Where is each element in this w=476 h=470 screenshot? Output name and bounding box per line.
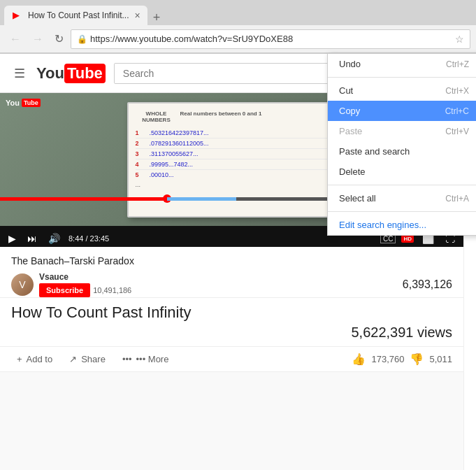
select-all-shortcut: Ctrl+A bbox=[445, 194, 469, 204]
menu-separator-2 bbox=[328, 185, 476, 185]
paste-label: Paste bbox=[339, 126, 362, 136]
active-tab[interactable]: ▶ How To Count Past Infinit... × bbox=[4, 6, 147, 25]
tab-title: How To Count Past Infinit... bbox=[28, 10, 129, 20]
tab-favicon: ▶ bbox=[13, 10, 24, 21]
context-menu-cut[interactable]: Cut Ctrl+X bbox=[328, 80, 476, 101]
page-title-area: How To Count Past Infinity bbox=[0, 298, 463, 322]
copy-label: Copy bbox=[339, 106, 360, 116]
stats-row: 5,622,391 views bbox=[0, 322, 463, 346]
menu-separator-1 bbox=[328, 77, 476, 78]
video-watermark: You Tube bbox=[6, 99, 41, 107]
cut-shortcut: Ctrl+X bbox=[445, 86, 469, 96]
address-bar[interactable]: 🔒 https://www.youtube.com/watch?v=SrU9YD… bbox=[71, 29, 470, 49]
buffer-fill bbox=[167, 197, 236, 201]
watermark-you: You bbox=[6, 99, 20, 107]
context-menu-paste[interactable]: Paste Ctrl+V bbox=[328, 121, 476, 141]
views-stat: 5,622,391 views bbox=[351, 325, 452, 341]
forward-button[interactable]: → bbox=[28, 30, 48, 48]
sub-count: 10,491,186 bbox=[93, 286, 131, 294]
select-all-label: Select all bbox=[339, 193, 376, 204]
delete-label: Delete bbox=[339, 166, 366, 177]
subscribe-row: Subscribe 10,491,186 bbox=[39, 283, 131, 297]
cut-label: Cut bbox=[339, 85, 353, 96]
subscribe-button[interactable]: Subscribe bbox=[39, 283, 90, 297]
row-4: 4.99995...7482... bbox=[136, 159, 329, 170]
context-menu-undo[interactable]: Undo Ctrl+Z bbox=[328, 54, 476, 74]
edit-engines-label: Edit search engines... bbox=[339, 220, 426, 230]
lock-icon: 🔒 bbox=[77, 34, 87, 44]
logo-you: You bbox=[36, 64, 64, 83]
hd-badge: HD bbox=[401, 235, 414, 243]
channel-info: Vsauce Subscribe 10,491,186 bbox=[39, 272, 131, 297]
col-header-1: WHOLENUMBERS bbox=[136, 111, 178, 124]
notebook-rows: 1.503216422397817... 2.078291360112005..… bbox=[136, 128, 329, 190]
likes-count: 173,760 bbox=[371, 354, 404, 364]
add-to-label: Add to bbox=[27, 354, 53, 364]
more-button[interactable]: ••• ••• More bbox=[117, 351, 175, 367]
thumbs-down-icon[interactable]: 👎 bbox=[410, 352, 424, 366]
logo-tube: Tube bbox=[64, 64, 106, 83]
action-bar: + Add to ↗ Share ••• ••• More 👍 173,760 … bbox=[0, 346, 463, 372]
youtube-logo[interactable]: YouTube bbox=[36, 64, 106, 83]
progress-fill bbox=[0, 197, 167, 201]
context-menu: Undo Ctrl+Z Cut Ctrl+X Copy Ctrl+C Paste… bbox=[327, 53, 476, 236]
paste-shortcut: Ctrl+V bbox=[445, 127, 469, 136]
undo-shortcut: Ctrl+Z bbox=[446, 59, 469, 69]
play-button[interactable]: ▶ bbox=[6, 232, 19, 245]
tab-close-button[interactable]: × bbox=[134, 8, 142, 22]
copy-shortcut: Ctrl+C bbox=[445, 106, 469, 116]
tab-bar: ▶ How To Count Past Infinit... × + bbox=[0, 0, 476, 25]
context-menu-paste-search[interactable]: Paste and search bbox=[328, 141, 476, 162]
col-header-2: Real numbers between 0 and 1 bbox=[180, 111, 329, 124]
add-to-button[interactable]: + Add to bbox=[11, 351, 58, 367]
watermark-tube: Tube bbox=[22, 99, 41, 107]
share-label: Share bbox=[81, 354, 106, 364]
context-menu-copy[interactable]: Copy Ctrl+C bbox=[328, 101, 476, 121]
hamburger-menu-icon[interactable]: ☰ bbox=[11, 63, 28, 84]
share-button[interactable]: ↗ Share bbox=[64, 351, 111, 367]
url-text: https://www.youtube.com/watch?v=SrU9YDoX… bbox=[90, 34, 452, 44]
refresh-button[interactable]: ↻ bbox=[50, 29, 68, 48]
channel-row: V Vsauce Subscribe 10,491,186 6,393,126 bbox=[11, 272, 452, 297]
menu-separator-3 bbox=[328, 211, 476, 212]
engagement-stats: 5,622,391 views bbox=[351, 325, 452, 341]
skip-button[interactable]: ⏭ bbox=[24, 232, 40, 245]
avatar-placeholder: V bbox=[11, 273, 34, 296]
time-display: 8:44 / 23:45 bbox=[68, 234, 109, 243]
more-label: ••• More bbox=[136, 354, 169, 364]
channel-avatar[interactable]: V bbox=[11, 273, 34, 296]
thumbs-up-icon[interactable]: 👍 bbox=[352, 352, 366, 366]
channel-name: Vsauce bbox=[39, 272, 131, 282]
notebook-headers: WHOLENUMBERS Real numbers between 0 and … bbox=[136, 111, 329, 124]
row-1: 1.503216422397817... bbox=[136, 128, 329, 138]
paste-search-label: Paste and search bbox=[339, 146, 410, 157]
plus-icon: + bbox=[17, 354, 22, 364]
share-icon: ↗ bbox=[69, 354, 77, 364]
new-tab-button[interactable]: + bbox=[147, 10, 166, 25]
volume-button[interactable]: 🔊 bbox=[45, 232, 63, 245]
row-5: 5.00010... bbox=[136, 170, 329, 180]
row-2: 2.078291360112005... bbox=[136, 138, 329, 149]
video-secondary-title: The Banach–Tarski Paradox bbox=[11, 255, 452, 266]
back-button[interactable]: ← bbox=[6, 30, 25, 48]
video-info: The Banach–Tarski Paradox V Vsauce Subsc… bbox=[0, 247, 463, 298]
more-dots-icon: ••• bbox=[122, 354, 132, 364]
page-title: How To Count Past Infinity bbox=[11, 304, 452, 322]
row-dots: ... bbox=[136, 180, 329, 190]
nav-bar: ← → ↻ 🔒 https://www.youtube.com/watch?v=… bbox=[0, 25, 476, 53]
context-menu-edit-engines[interactable]: Edit search engines... bbox=[328, 215, 476, 235]
context-menu-delete[interactable]: Delete bbox=[328, 162, 476, 182]
dislikes-count: 5,011 bbox=[429, 354, 452, 364]
view-count: 6,393,126 bbox=[403, 278, 452, 291]
row-3: 3.311370055627... bbox=[136, 149, 329, 159]
bookmark-star-icon[interactable]: ☆ bbox=[455, 34, 464, 45]
undo-label: Undo bbox=[339, 59, 361, 69]
search-input[interactable] bbox=[115, 64, 359, 83]
context-menu-select-all[interactable]: Select all Ctrl+A bbox=[328, 188, 476, 208]
